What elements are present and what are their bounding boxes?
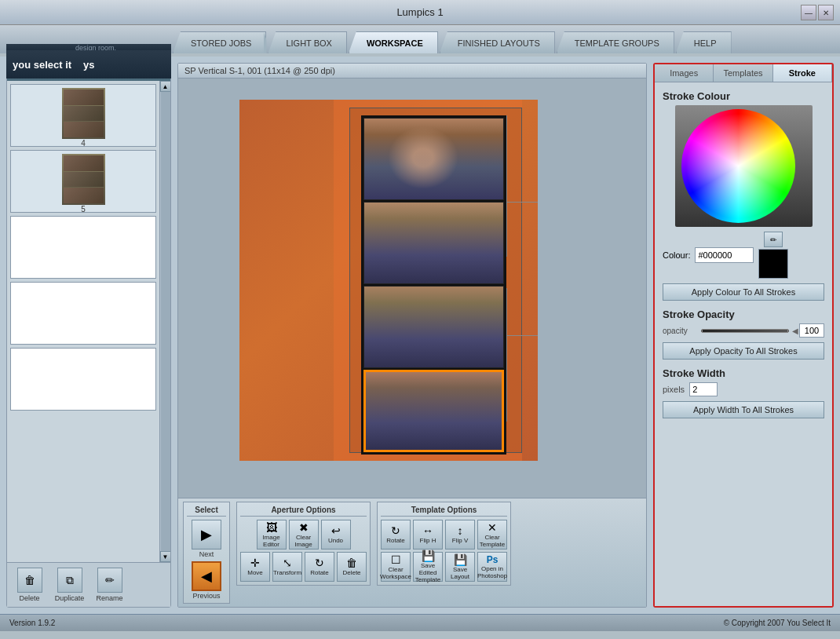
logo-badge: ys	[78, 53, 100, 75]
nav-tab-finished-layouts[interactable]: FINISHED LAYOUTS	[440, 31, 555, 53]
nav-tab-light-box[interactable]: LIGHT BOX	[268, 31, 346, 53]
center-panel: SP Vertical S-1, 001 (11x14 @ 250 dpi)	[177, 63, 647, 608]
layout-thumb-empty-1[interactable]	[10, 216, 156, 279]
layout-thumb-4[interactable]: 4	[10, 84, 156, 147]
aperture-title: Aperture Options	[240, 506, 367, 517]
pixels-input[interactable]	[689, 382, 718, 396]
copyright-text: © Copyright 2007 You Select It	[724, 619, 831, 627]
layout-thumb-empty-2[interactable]	[10, 282, 156, 345]
clear-workspace-btn[interactable]: ☐ Clear Workspace	[381, 552, 411, 582]
nav-tab-workspace[interactable]: WORKSPACE	[349, 31, 438, 53]
bottom-toolbar: Select ▶ Next ◀ Previous Aperture Option…	[178, 498, 646, 607]
scrollbar-track	[161, 92, 170, 551]
stroke-width-title: Stroke Width	[663, 367, 824, 379]
template-section: Template Options ↻ Rotate ↔ Flip H ↕ Fli…	[377, 502, 511, 586]
border-line-h2	[506, 335, 538, 336]
rename-layout-btn[interactable]: ✏ Rename	[92, 568, 127, 602]
flip-h-btn[interactable]: ↔ Flip H	[413, 520, 443, 550]
right-panel: Images Templates Stroke Stroke Colour	[653, 63, 834, 608]
move-btn[interactable]: ✛ Move	[240, 552, 270, 582]
apply-colour-btn[interactable]: Apply Colour To All Strokes	[663, 283, 824, 301]
flip-v-btn[interactable]: ↕ Flip V	[445, 520, 475, 550]
clear-template-icon: ✕	[488, 521, 497, 534]
save-layout-btn[interactable]: 💾 Save Layout	[445, 552, 475, 582]
window-controls: — ✕	[801, 5, 834, 20]
tab-images[interactable]: Images	[655, 64, 714, 82]
status-bar: Version 1.9.2 © Copyright 2007 You Selec…	[0, 614, 840, 631]
scroll-up-btn[interactable]: ▲	[160, 81, 171, 92]
stroke-colour-section: Stroke Colour Colour: ✏	[663, 90, 824, 301]
save-layout-icon: 💾	[454, 553, 467, 566]
layout-thumb-empty-3[interactable]	[10, 348, 156, 411]
left-scrollbar: ▲ ▼	[159, 81, 170, 562]
flip-v-icon: ↕	[458, 524, 463, 537]
colour-row: Colour: ✏	[663, 232, 824, 279]
rename-label: Rename	[96, 594, 122, 602]
duplicate-layout-btn[interactable]: ⧉ Duplicate	[52, 568, 87, 602]
scroll-down-btn[interactable]: ▼	[160, 551, 171, 562]
nav-tab-stored-jobs[interactable]: STORED JOBS	[173, 31, 266, 53]
right-panel-tabs: Images Templates Stroke	[655, 64, 832, 82]
photo-cell-4-selected[interactable]	[363, 370, 504, 452]
select-section: Select ▶ Next ◀ Previous	[183, 502, 230, 604]
opacity-row: opacity ◀ 100	[663, 323, 824, 338]
border-line-2	[506, 288, 507, 422]
eyedropper-btn[interactable]: ✏	[764, 232, 783, 247]
undo-btn[interactable]: ↩ Undo	[321, 520, 351, 550]
opacity-arrow: ◀	[792, 327, 798, 335]
clear-template-btn[interactable]: ✕ Clear Template	[477, 520, 507, 550]
tab-templates[interactable]: Templates	[714, 64, 772, 82]
clear-workspace-icon: ☐	[391, 553, 401, 566]
layout-list: 4 5	[7, 81, 159, 562]
transform-btn[interactable]: ⤡ Transform	[272, 552, 302, 582]
open-photoshop-btn[interactable]: Ps Open in Photoshop	[477, 552, 507, 582]
opacity-label: opacity	[663, 327, 698, 335]
colour-swatch	[758, 249, 788, 279]
delete-label: Delete	[19, 594, 39, 602]
image-editor-btn[interactable]: 🖼 Image Editor	[257, 520, 287, 550]
window-title: Lumpics 1	[396, 6, 443, 18]
save-edited-template-btn[interactable]: 💾 Save Edited Template	[413, 552, 443, 582]
photo-composition	[239, 100, 585, 477]
delete-icon: 🗑	[17, 568, 42, 593]
photo-cell-1[interactable]	[363, 118, 504, 200]
delete-layout-btn[interactable]: 🗑 Delete	[12, 568, 47, 602]
thumb-num-5: 5	[81, 205, 86, 213]
title-bar: Lumpics 1 — ✕	[0, 0, 840, 25]
next-icon: ▶	[192, 520, 221, 550]
stroke-opacity-title: Stroke Opacity	[663, 309, 824, 320]
main-content: Finished Layouts 4	[0, 57, 840, 614]
nav-tab-template-groups[interactable]: TEMPLATE GROUPS	[557, 31, 674, 53]
border-line-h1	[506, 202, 538, 203]
opacity-slider[interactable]	[701, 330, 789, 332]
photo-cell-2[interactable]	[363, 202, 504, 284]
rotate-aperture-btn[interactable]: ↻ Rotate	[305, 552, 334, 582]
delete-aperture-btn[interactable]: 🗑 Delete	[337, 552, 367, 582]
clear-image-btn[interactable]: ✖ Clear Image	[289, 520, 319, 550]
next-btn[interactable]: ▶ Next	[192, 520, 221, 558]
delete-aperture-icon: 🗑	[346, 557, 357, 569]
apply-opacity-btn[interactable]: Apply Opacity To All Strokes	[663, 342, 824, 360]
apply-width-btn[interactable]: Apply Width To All Strokes	[663, 401, 824, 418]
canvas-title: SP Vertical S-1, 001 (11x14 @ 250 dpi)	[178, 64, 646, 79]
rotate-aperture-icon: ↻	[315, 557, 324, 569]
photo-strip	[361, 115, 506, 455]
previous-btn[interactable]: ◀ Previous	[192, 561, 221, 600]
logo-area: you select it ys	[6, 50, 171, 79]
minimize-button[interactable]: —	[801, 5, 816, 20]
colour-input[interactable]	[695, 247, 754, 263]
stroke-width-section: Stroke Width pixels Apply Width To All S…	[663, 367, 824, 418]
rotate-template-btn[interactable]: ↻ Rotate	[381, 520, 411, 550]
tab-stroke[interactable]: Stroke	[773, 64, 832, 82]
save-edited-icon: 💾	[422, 550, 435, 562]
layout-thumb-5[interactable]: 5	[10, 150, 156, 213]
nav-tab-help[interactable]: HELP	[676, 31, 732, 53]
colour-label: Colour:	[663, 250, 690, 260]
photoshop-icon: Ps	[487, 554, 499, 565]
close-button[interactable]: ✕	[818, 5, 834, 20]
clear-image-icon: ✖	[299, 521, 309, 534]
photo-cell-3[interactable]	[363, 286, 504, 368]
previous-icon: ◀	[192, 561, 221, 591]
colour-wheel-area[interactable]	[675, 105, 813, 227]
flip-h-icon: ↔	[422, 524, 433, 537]
